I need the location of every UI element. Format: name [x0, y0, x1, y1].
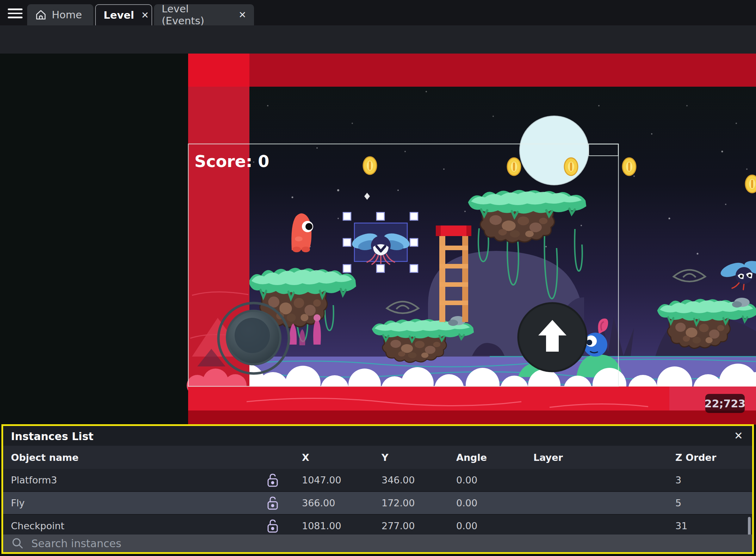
col-y: Y [382, 452, 389, 463]
tab-level-events[interactable]: Level (Events) ✕ [154, 4, 254, 25]
tab-home[interactable]: Home [27, 4, 93, 25]
instance-z-order: 3 [675, 475, 681, 486]
col-object-name: Object name [11, 452, 79, 463]
instances-list-panel: Instances List ✕ Object name X Y Angle L… [1, 424, 754, 554]
instance-name: Fly [11, 498, 25, 508]
table-row[interactable]: Platform3 1047.00 346.00 0.00 3 [3, 469, 752, 492]
score-text-instance[interactable]: Score: 0 [194, 152, 269, 171]
tab-level-events-label: Level (Events) [162, 3, 231, 27]
moon[interactable] [520, 116, 589, 185]
search-input[interactable] [31, 537, 752, 550]
instance-z-order: 31 [675, 520, 687, 531]
instance-y: 172.00 [382, 498, 415, 508]
instance-x: 366.00 [302, 498, 335, 508]
instance-angle: 0.00 [456, 475, 477, 486]
table-row[interactable]: Fly 366.00 172.00 0.00 5 [3, 492, 752, 515]
unlock-icon[interactable] [267, 519, 279, 533]
instance-z-order: 5 [675, 498, 681, 508]
lava-top-band[interactable] [188, 54, 756, 87]
table-header: Object name X Y Angle Layer Z Order [3, 446, 752, 469]
search-icon [12, 537, 24, 549]
close-tab-icon[interactable]: ✕ [141, 10, 149, 20]
instance-name: Platform3 [11, 475, 57, 486]
main-menu-icon[interactable] [8, 8, 23, 18]
gdevelop-editor-window: Home Level ✕ Level (Events) ✕ Preview [0, 0, 756, 556]
jump-button[interactable] [518, 303, 587, 371]
instance-y: 346.00 [382, 475, 415, 486]
close-panel-icon[interactable]: ✕ [734, 430, 743, 442]
instance-angle: 0.00 [456, 498, 477, 508]
tab-home-label: Home [52, 9, 82, 21]
panel-title: Instances List [11, 430, 93, 443]
instance-y: 277.00 [382, 520, 415, 531]
lava-dark-band [188, 410, 756, 425]
tab-bar: Home Level ✕ Level (Events) ✕ [0, 0, 756, 25]
scene-editor-canvas[interactable]: Score: 0 22;723 [0, 54, 756, 425]
close-tab-icon[interactable]: ✕ [238, 10, 246, 20]
search-bar [3, 535, 752, 552]
col-x: X [302, 452, 309, 463]
col-layer: Layer [533, 452, 563, 463]
tab-level[interactable]: Level ✕ [95, 4, 152, 25]
tab-level-label: Level [104, 9, 134, 21]
col-angle: Angle [456, 452, 487, 463]
cursor-coordinates-badge: 22;723 [705, 394, 745, 413]
scrollbar-thumb[interactable] [748, 517, 751, 537]
svg-text:22;723: 22;723 [705, 397, 745, 410]
instance-angle: 0.00 [456, 520, 477, 531]
lava-wall-instance[interactable] [187, 54, 249, 425]
col-z-order: Z Order [675, 452, 716, 463]
editor-toolbar: Preview Publish [0, 25, 756, 54]
unlock-icon[interactable] [267, 496, 279, 510]
home-icon [35, 9, 47, 21]
instance-name: Checkpoint [11, 520, 64, 531]
instance-rows: Platform3 1047.00 346.00 0.00 3 Fly 366.… [3, 469, 752, 538]
instance-x: 1047.00 [302, 475, 341, 486]
unlock-icon[interactable] [267, 473, 279, 487]
instance-x: 1081.00 [302, 520, 341, 531]
virtual-joystick[interactable] [218, 303, 289, 373]
